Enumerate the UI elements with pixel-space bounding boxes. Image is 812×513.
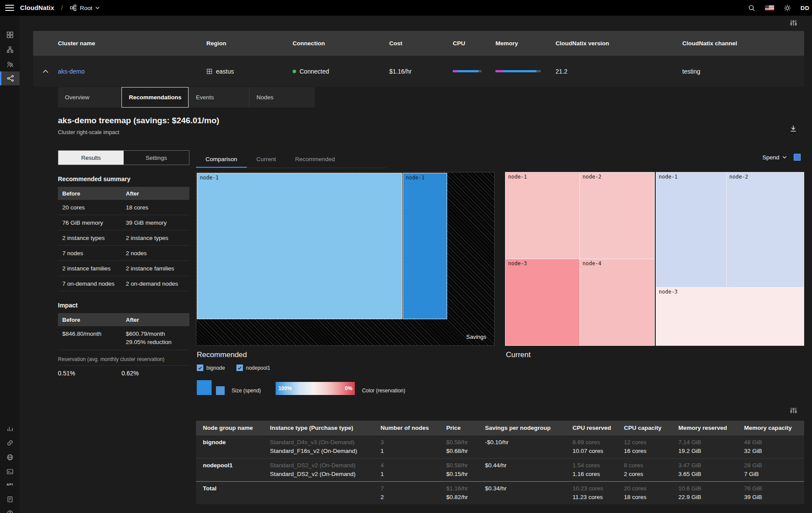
col-cost: Cost	[389, 40, 453, 47]
table-row: 2 instance families2 instance families	[58, 261, 189, 276]
tab-overview[interactable]: Overview	[58, 87, 121, 108]
api-label: API	[7, 483, 13, 486]
main-content: Cluster name Region Connection Cost CPU …	[20, 16, 812, 513]
checkbox-checked-icon[interactable]	[197, 364, 203, 371]
table-row: 20 cores18 cores	[58, 200, 189, 215]
treemap-node[interactable]: node-1	[656, 172, 727, 287]
collapse-row-icon[interactable]	[43, 69, 48, 73]
col-memory: Memory	[495, 40, 556, 47]
treemap-color-icon[interactable]	[794, 154, 801, 161]
col-memory-reserved: Memory reserved	[671, 424, 737, 432]
table-row: bignode Standard_D4s_v3 (On-Demand)Stand…	[196, 435, 804, 458]
treemap-node[interactable]: node-1	[403, 173, 447, 319]
col-nodegroup-name: Node group name	[196, 424, 263, 432]
sidebar-item-topology[interactable]	[0, 43, 20, 57]
switch-results[interactable]: Results	[58, 151, 124, 165]
detail-tabs: Overview Recommendations Events Nodes	[58, 87, 315, 108]
locale-flag-icon[interactable]	[765, 5, 774, 10]
sidebar-item-integrations[interactable]	[0, 436, 20, 450]
clipboard-icon	[7, 496, 13, 503]
table-row: 76 GiB memory39 GiB memory	[58, 215, 189, 230]
org-selector[interactable]: Root	[70, 4, 100, 11]
treemap-panel: Comparison Current Recommended Spend nod…	[196, 150, 804, 438]
nodegroup-table-settings-icon[interactable]	[790, 407, 797, 414]
treemap-node[interactable]: node-2	[726, 172, 804, 287]
reservation-before: 0.51%	[58, 370, 121, 377]
version-value: 21.2	[556, 68, 682, 75]
filter-label: nodepool1	[246, 365, 270, 371]
cost-value: $1.16/hr	[389, 68, 453, 75]
nodegroup-table-header: Node group name Instance type (Purchase …	[196, 421, 804, 435]
table-row: 7 nodes2 nodes	[58, 246, 189, 261]
terminal-icon	[7, 468, 13, 475]
col-cpu-capacity: CPU capacity	[617, 424, 671, 432]
bar-chart-icon	[7, 425, 13, 432]
spend-dropdown-label: Spend	[762, 154, 779, 161]
download-icon[interactable]	[789, 125, 797, 132]
filter-label: bignode	[206, 365, 225, 371]
checkbox-checked-icon[interactable]	[236, 364, 243, 371]
sidebar-item-api[interactable]: API	[0, 477, 20, 491]
tab-events[interactable]: Events	[189, 87, 249, 108]
filter-bignode[interactable]: bignode	[197, 364, 225, 371]
impact-before: $846.80/month	[58, 330, 121, 338]
user-avatar[interactable]: DD	[801, 5, 810, 11]
impact-after-note: 29.05% reduction	[126, 338, 189, 346]
tab-nodes[interactable]: Nodes	[249, 87, 315, 108]
sidebar-item-logs[interactable]	[0, 492, 20, 506]
cluster-table-header: Cluster name Region Connection Cost CPU …	[33, 31, 804, 56]
menu-icon[interactable]	[5, 5, 14, 11]
col-memory-capacity: Memory capacity	[737, 424, 804, 432]
nodegroup-filters: bignode nodepool1	[197, 364, 270, 371]
sidebar-item-terminal[interactable]	[0, 465, 20, 479]
treemap-node[interactable]: node-1	[505, 172, 580, 259]
region-icon	[206, 68, 212, 74]
region-value: eastus	[216, 68, 234, 75]
org-name: Root	[80, 5, 92, 11]
app-window: CloudNatix / Root DD	[0, 0, 812, 513]
connection-value: Connected	[300, 68, 329, 75]
optimization-icon	[7, 75, 14, 82]
cluster-table: Cluster name Region Connection Cost CPU …	[33, 31, 804, 87]
cluster-table-settings-icon[interactable]	[790, 19, 797, 27]
summary-col-before: Before	[58, 190, 121, 197]
current-treemap: node-1 node-2 node-3 node-4 node-1 node-…	[505, 172, 804, 346]
col-connection: Connection	[293, 40, 389, 47]
sidebar-item-optimization[interactable]	[0, 71, 20, 85]
tab-comparison[interactable]: Comparison	[196, 152, 247, 168]
switch-settings[interactable]: Settings	[124, 151, 189, 165]
legend-scale-max: 100%	[278, 385, 292, 392]
col-region: Region	[206, 40, 293, 47]
treemap-node[interactable]: node-2	[580, 172, 655, 259]
sidebar-item-help[interactable]	[0, 506, 20, 513]
theme-toggle-icon[interactable]	[784, 4, 791, 12]
sidebar-item-workloads[interactable]	[0, 57, 20, 71]
brand[interactable]: CloudNatix	[20, 4, 54, 11]
treemap-node[interactable]: node-4	[580, 259, 655, 346]
tab-recommendations[interactable]: Recommendations	[121, 87, 189, 108]
reservation-values: 0.51% 0.62%	[58, 366, 189, 381]
tab-current[interactable]: Current	[247, 152, 286, 168]
col-instance-type: Instance type (Purchase type)	[263, 424, 374, 432]
sidebar-item-analytics[interactable]	[0, 422, 20, 436]
col-cpu-reserved: CPU reserved	[566, 424, 617, 432]
sidebar-item-dashboard[interactable]	[0, 28, 20, 42]
search-icon[interactable]	[748, 4, 755, 12]
impact-heading: Impact	[58, 302, 189, 309]
sidebar-item-global[interactable]	[0, 450, 20, 464]
legend-size-label: Size (spend)	[232, 388, 261, 394]
cluster-row: aks-demo eastus Connected $1.16/hr	[33, 56, 804, 87]
spend-dropdown[interactable]: Spend	[762, 154, 787, 161]
treemap-node[interactable]: node-3	[505, 259, 580, 346]
table-row: 7 on-demand nodes2 on-demand nodes	[58, 276, 189, 291]
recommended-treemap: node-1 node-1 Savings	[196, 172, 495, 346]
breadcrumb-separator: /	[61, 4, 64, 11]
table-row-total: Total 72 $1.16/hr$0.82/hr $0.34/hr 10.23…	[196, 481, 804, 504]
treemap-node[interactable]: node-3	[656, 287, 804, 346]
treemap-node[interactable]: node-1	[197, 173, 402, 319]
filter-nodepool1[interactable]: nodepool1	[236, 364, 270, 371]
legend-color-label: Color (reservation)	[362, 388, 405, 394]
cluster-name-link[interactable]: aks-demo	[58, 68, 84, 75]
status-dot	[293, 70, 296, 73]
tab-recommended[interactable]: Recommended	[286, 152, 345, 168]
